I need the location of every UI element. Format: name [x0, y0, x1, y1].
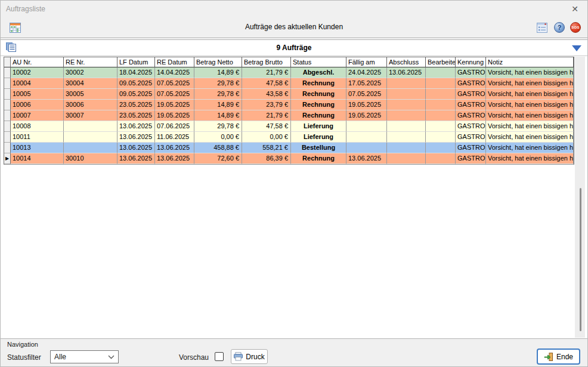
cell: 13.06.2025: [117, 132, 155, 143]
cell: [346, 143, 387, 153]
form-icon: [536, 22, 548, 33]
row-selector[interactable]: [4, 121, 11, 132]
cell: Abgeschl.: [291, 67, 346, 78]
table-row[interactable]: 1000813.06.202507.06.202529,78 €47,58 €L…: [4, 121, 574, 132]
cell: 23.05.2025: [117, 110, 155, 121]
cell: 17.05.2025: [346, 78, 387, 89]
table-row[interactable]: 100053000509.05.202507.05.202529,78 €43,…: [4, 89, 574, 100]
column-header[interactable]: RE Nr.: [64, 57, 117, 67]
druck-button-label: Druck: [246, 353, 264, 361]
cell: 10007: [11, 110, 64, 121]
column-header[interactable]: RE Datum: [155, 57, 194, 67]
cell: GASTRO: [456, 67, 486, 78]
column-header[interactable]: Notiz: [486, 57, 574, 67]
column-header[interactable]: Kennung: [456, 57, 486, 67]
row-selector[interactable]: [4, 132, 11, 143]
cell: Vorsicht, hat einen bissigen hun: [486, 100, 574, 110]
column-header[interactable]: Bearbeiter: [426, 57, 456, 67]
cell: [387, 100, 426, 110]
statusfilter-select[interactable]: Alle: [50, 350, 119, 363]
table-row[interactable]: 100063000623.05.202519.05.202514,89 €23,…: [4, 100, 574, 110]
cell: 13.06.2025: [155, 143, 194, 153]
cell: Vorsicht, hat einen bissigen hun: [486, 121, 574, 132]
column-header[interactable]: Abschluss: [387, 57, 426, 67]
scrollbar-thumb[interactable]: [580, 188, 581, 331]
cell: 10002: [11, 67, 64, 78]
cell: 13.06.2025: [117, 121, 155, 132]
column-header[interactable]: Betrag Brutto: [242, 57, 291, 67]
table-row[interactable]: 100043000409.05.202507.05.202529,78 €47,…: [4, 78, 574, 89]
column-header[interactable]: Betrag Netto: [194, 57, 242, 67]
column-header[interactable]: Status: [291, 57, 346, 67]
cell: [387, 121, 426, 132]
cell: 24.04.2025: [346, 67, 387, 78]
cell: Vorsicht, hat einen bissigen hun: [486, 67, 574, 78]
cell: [426, 153, 456, 164]
cell: [387, 89, 426, 100]
cell: 14,89 €: [194, 110, 242, 121]
cell: 19.05.2025: [155, 110, 194, 121]
cell: [426, 89, 456, 100]
cell: 07.05.2025: [155, 89, 194, 100]
cell: 14,89 €: [194, 67, 242, 78]
row-selector[interactable]: [4, 110, 11, 121]
ende-button[interactable]: Ende: [537, 349, 580, 365]
cell: Bestellung: [291, 143, 346, 153]
auftragsliste-window: Auftragsliste ✕ Aufträge des aktuellen K…: [0, 0, 588, 367]
table-row[interactable]: 1001113.06.202511.06.20250,00 €0,00 €Lie…: [4, 132, 574, 143]
cell: Vorsicht, hat einen bissigen hun: [486, 89, 574, 100]
statusfilter-label: Statusfilter: [7, 353, 41, 362]
cell: Rechnung: [291, 153, 346, 164]
table-row[interactable]: 1001313.06.202513.06.2025458,88 €558,21 …: [4, 143, 574, 153]
cell: [346, 121, 387, 132]
chevron-down-icon[interactable]: [572, 45, 581, 51]
row-selector[interactable]: [4, 100, 11, 110]
row-selector[interactable]: [4, 89, 11, 100]
cell: 18.04.2025: [117, 67, 155, 78]
ende-button-label: Ende: [556, 353, 573, 361]
vorschau-checkbox[interactable]: [215, 352, 224, 361]
vorschau-label: Vorschau: [179, 353, 209, 362]
cell: [387, 143, 426, 153]
cell: Rechnung: [291, 78, 346, 89]
vertical-scrollbar[interactable]: [575, 57, 585, 338]
cell: Vorsicht, hat einen bissigen hun: [486, 78, 574, 89]
cell: [426, 67, 456, 78]
cell: 23,79 €: [242, 100, 291, 110]
window-title: Auftragsliste: [6, 5, 45, 13]
row-selector[interactable]: [4, 67, 11, 78]
cell: 23.05.2025: [117, 100, 155, 110]
cell: 10014: [11, 153, 64, 164]
order-count-label: 9 Aufträge: [1, 44, 587, 52]
cell: 30005: [64, 89, 117, 100]
column-header[interactable]: Fällig am: [346, 57, 387, 67]
close-icon[interactable]: ✕: [569, 4, 581, 14]
column-header[interactable]: AU Nr.: [11, 57, 64, 67]
cell: 10006: [11, 100, 64, 110]
cell: 13.06.2025: [387, 67, 426, 78]
table-row[interactable]: 100073000723.05.202519.05.202514,89 €21,…: [4, 110, 574, 121]
druck-button[interactable]: Druck: [231, 349, 268, 364]
cell: 19.05.2025: [346, 110, 387, 121]
table-row[interactable]: ▶100143001013.06.202513.06.202572,60 €86…: [4, 153, 574, 164]
column-header[interactable]: LF Datum: [117, 57, 155, 67]
cell: 11.06.2025: [155, 132, 194, 143]
current-row-indicator[interactable]: ▶: [4, 153, 11, 164]
navigation-group-label: Navigation: [7, 341, 38, 348]
cell: [64, 132, 117, 143]
cell: [387, 132, 426, 143]
table-row[interactable]: 100023000218.04.202514.04.202514,89 €21,…: [4, 67, 574, 78]
navigation-panel: Navigation Statusfilter Alle Vorschau Dr…: [1, 338, 587, 367]
sos-icon[interactable]: SOS: [570, 22, 581, 33]
statusfilter-value: Alle: [54, 353, 66, 361]
printer-icon: [234, 352, 243, 361]
row-selector[interactable]: [4, 78, 11, 89]
form-view-button[interactable]: [536, 22, 548, 33]
row-selector[interactable]: [4, 143, 11, 153]
exit-door-icon: [544, 352, 553, 362]
cell: 19.05.2025: [346, 100, 387, 110]
help-icon[interactable]: ?: [554, 22, 565, 33]
cell: 10008: [11, 121, 64, 132]
cell: GASTRO: [456, 100, 486, 110]
cell: 30010: [64, 153, 117, 164]
